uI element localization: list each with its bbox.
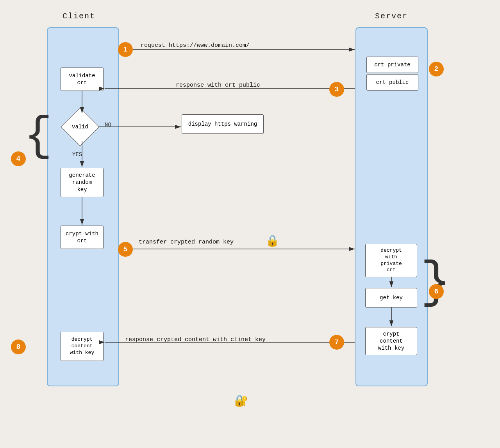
decrypt-private-box: decryptwithprivatecrt — [365, 244, 417, 277]
brace-6: } — [420, 258, 451, 308]
crt-public-box: crt public — [366, 74, 418, 91]
server-label: Server — [375, 12, 408, 21]
get-key-box: get key — [365, 288, 417, 308]
brace-4: { — [24, 113, 52, 160]
step1-label: request https://www.domain.com/ — [141, 42, 250, 49]
badge-3: 3 — [329, 82, 344, 97]
badge-7: 7 — [329, 335, 344, 350]
diagram-container: Client Server validatecrt crt private cr… — [0, 0, 500, 448]
badge-6: 6 — [429, 284, 444, 299]
lock-icon-2: 🔐 — [234, 394, 248, 407]
lock-icon-1: 🔒 — [266, 234, 279, 247]
yes-label: YES — [72, 151, 82, 158]
badge-5: 5 — [118, 242, 133, 257]
step3-label: response with crt public — [176, 82, 260, 89]
client-label: Client — [62, 12, 95, 21]
step5-label: transfer crypted random key — [139, 239, 234, 245]
crypt-content-server-box: cryptcontentwith key — [365, 327, 417, 355]
crt-private-box: crt private — [366, 57, 418, 73]
badge-8: 8 — [11, 340, 26, 354]
crypt-with-crt-box: crypt withcrt — [61, 226, 104, 249]
generate-key-box: generaterandomkey — [61, 168, 104, 197]
no-label: NO — [105, 122, 111, 128]
valid-diamond: valid — [62, 113, 98, 140]
step7-label: response crypted content with clinet key — [125, 336, 266, 343]
validate-crt-box: validatecrt — [61, 68, 104, 91]
badge-4: 4 — [11, 151, 26, 166]
decrypt-content-client-box: decryptcontentwith key — [61, 332, 104, 361]
badge-1: 1 — [118, 42, 133, 57]
badge-2: 2 — [429, 62, 444, 76]
display-warning-box: display https warning — [182, 114, 264, 134]
